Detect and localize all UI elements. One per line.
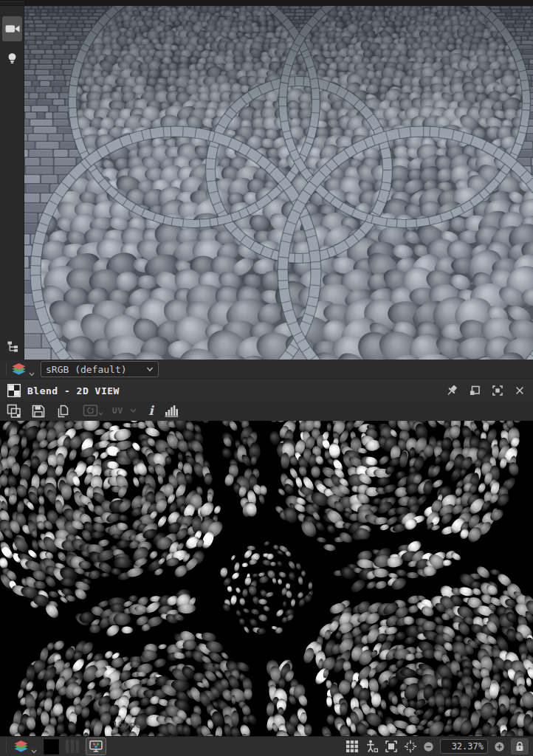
zoom-lock-button[interactable] <box>511 738 529 755</box>
divider <box>6 362 7 376</box>
display-color-button[interactable] <box>86 738 106 755</box>
pin-icon[interactable] <box>445 384 458 397</box>
background-color-swatch[interactable] <box>44 739 59 755</box>
sidebar-grip-line <box>0 4 24 4</box>
monitor-rgb-icon <box>89 740 103 753</box>
divider <box>6 740 7 753</box>
new-view-button[interactable] <box>6 402 22 420</box>
camera-button[interactable] <box>2 16 22 41</box>
camera-icon <box>5 23 20 35</box>
zoom-out-icon[interactable] <box>423 741 434 752</box>
maximize-icon[interactable] <box>491 384 504 397</box>
viewport-3d[interactable] <box>24 6 533 360</box>
top-edge-bar <box>0 0 533 6</box>
chevron-down-icon <box>130 408 137 413</box>
grid-icon[interactable] <box>345 740 359 753</box>
layers-icon <box>13 740 30 754</box>
lightbulb-icon <box>6 52 18 65</box>
panel-2d-titlebar: Blend - 2D VIEW <box>0 379 533 401</box>
colorspace-value: sRGB (default) <box>46 364 127 375</box>
chevron-down-icon <box>31 749 37 754</box>
new-view-icon <box>6 403 22 419</box>
color-management-button[interactable] <box>11 362 35 377</box>
zoom-in-icon[interactable] <box>494 741 505 752</box>
save-button[interactable] <box>31 402 46 420</box>
histogram-button[interactable] <box>165 402 179 420</box>
stripes-icon <box>66 740 79 753</box>
checker-2d-icon <box>7 384 21 397</box>
uv-label: UV <box>112 406 123 416</box>
close-icon[interactable] <box>514 385 526 396</box>
chevron-down-icon <box>146 367 154 372</box>
zoom-level-field[interactable]: 32.37% <box>440 739 488 754</box>
copy-icon <box>55 404 70 419</box>
copy-button[interactable] <box>55 402 70 420</box>
restore-icon[interactable] <box>468 384 481 397</box>
save-icon <box>31 404 46 419</box>
bit-depth-label: 16bpc <box>112 719 141 730</box>
pan-icon[interactable] <box>404 740 417 753</box>
scene-tree-button[interactable] <box>4 337 21 356</box>
substance-designer-window: sRGB (default) Blend - 2D VIEW <box>0 0 533 756</box>
fit-view-icon[interactable] <box>385 740 398 753</box>
light-button[interactable] <box>2 46 22 71</box>
lock-icon <box>514 740 526 752</box>
viewport-2d[interactable] <box>0 421 533 736</box>
chevron-down-icon <box>29 372 35 377</box>
panel-title: Blend - 2D VIEW <box>27 385 120 396</box>
info-icon: i <box>148 405 153 417</box>
refresh-image-icon <box>83 404 103 419</box>
channels-button[interactable] <box>13 740 37 754</box>
uv-mode-select: UV <box>112 402 137 420</box>
refresh-image-button <box>83 402 103 420</box>
colorspace-bar: sRGB (default) <box>0 360 533 379</box>
view3d-sidebar <box>0 6 24 360</box>
colorspace-dropdown[interactable]: sRGB (default) <box>41 361 159 377</box>
viewport-2d-wrap: 16bpc <box>0 421 533 736</box>
layers-icon <box>11 362 28 377</box>
zoom-level-value: 32.37% <box>452 741 484 752</box>
sidebar-grip-line <box>0 1 24 2</box>
panel-2d-toolbar: UV i <box>0 401 533 421</box>
mannequin-icon[interactable] <box>365 740 379 753</box>
panel-2d-statusbar: 32.37% <box>0 736 533 756</box>
info-button[interactable]: i <box>148 402 153 420</box>
scene-tree-icon <box>7 340 19 353</box>
histogram-icon <box>165 404 179 418</box>
